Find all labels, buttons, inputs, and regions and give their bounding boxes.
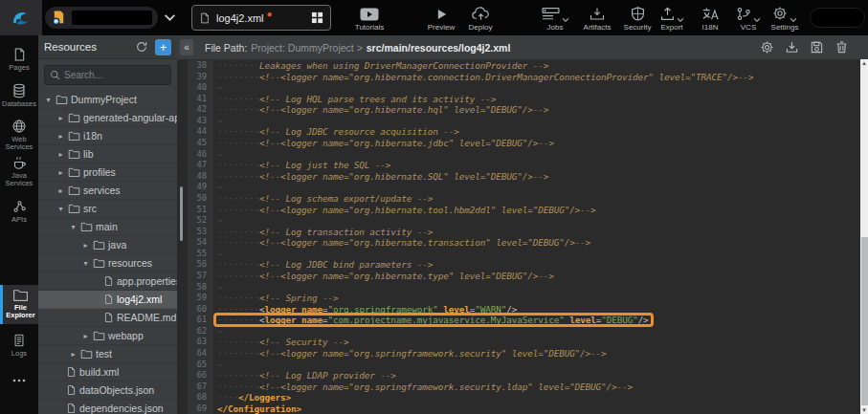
topbar-artifacts-button[interactable]: Artifacts bbox=[574, 5, 620, 32]
code-line[interactable]: 41········<!-- Log HQL parse trees and i… bbox=[188, 94, 860, 105]
folder-icon bbox=[93, 257, 105, 269]
arrow-collapsed-icon[interactable]: ▸ bbox=[56, 168, 65, 177]
sidebar-item-databases[interactable]: Databases bbox=[0, 80, 38, 113]
code-line[interactable]: 66········<!-- Log LDAP provider --> bbox=[188, 370, 860, 381]
code-line[interactable]: 59········<!-- Spring --> bbox=[188, 293, 860, 304]
tree-item-readme-md[interactable]: README.md bbox=[38, 309, 177, 327]
tree-item-profiles[interactable]: ▸profiles bbox=[38, 163, 177, 182]
tree-item-services[interactable]: ▸services bbox=[38, 182, 177, 200]
topbar-tutorials-button[interactable]: Tutorials bbox=[346, 5, 392, 32]
tree-item-test[interactable]: ▸test bbox=[38, 345, 177, 363]
tree-item-generated-angular-app[interactable]: ▸generated-angular-app bbox=[38, 109, 177, 127]
tree-item-dataobjects-json[interactable]: dataObjects.json bbox=[38, 381, 177, 400]
add-resource-button[interactable]: + bbox=[155, 39, 171, 55]
topbar-settings-button[interactable]: Settings bbox=[762, 5, 808, 32]
code-line[interactable]: 38········Leakages when using DriverMana… bbox=[188, 60, 860, 72]
tree-item-src[interactable]: ▾src bbox=[38, 200, 177, 218]
trash-icon[interactable] bbox=[835, 40, 849, 54]
code-line[interactable]: 64········<!--<logger name="org.springfr… bbox=[188, 348, 860, 360]
grid-icon[interactable] bbox=[311, 11, 323, 24]
code-line[interactable]: 57········<!--<logger name="org.hibernat… bbox=[188, 271, 860, 282]
project-selector[interactable] bbox=[45, 7, 158, 29]
chevron-down-icon[interactable] bbox=[164, 13, 176, 22]
tree-item-dummyproject[interactable]: ▾DummyProject bbox=[38, 91, 177, 109]
panel-scrollbar-thumb[interactable] bbox=[180, 186, 183, 241]
download-icon[interactable] bbox=[785, 40, 799, 54]
code-line[interactable]: 51········<!--<logger name="org.hibernat… bbox=[188, 205, 860, 216]
sidebar-item-apis[interactable]: APIs bbox=[0, 196, 38, 227]
arrow-collapsed-icon[interactable]: ▸ bbox=[56, 150, 65, 159]
collapse-panel-button[interactable]: « bbox=[180, 39, 193, 55]
code-line[interactable]: 39········<!--<logger name="org.hibernat… bbox=[188, 72, 860, 83]
tree-item-dependencies-json[interactable]: dependencies.json bbox=[38, 400, 177, 414]
code-line[interactable]: 48········<!--<logger name="org.hibernat… bbox=[188, 171, 860, 183]
code-line[interactable]: 63········<!-- Security --> bbox=[188, 337, 860, 348]
topbar-deploy-button[interactable]: Deploy bbox=[457, 5, 503, 32]
sidebar-item-more[interactable] bbox=[0, 375, 38, 394]
open-file-tab[interactable]: log4j2.xml ● bbox=[191, 5, 331, 31]
arrow-expanded-icon[interactable]: ▾ bbox=[81, 259, 90, 268]
tree-item-resources[interactable]: ▾resources bbox=[38, 254, 177, 272]
tree-item-label: generated-angular-app bbox=[83, 112, 177, 123]
sidebar-item-java-services[interactable]: JavaServices bbox=[0, 152, 38, 191]
code-line[interactable]: 55~ bbox=[188, 249, 860, 260]
code-line[interactable]: 44········<!-- Log JDBC resource acquisi… bbox=[188, 126, 860, 138]
code-line[interactable]: 43~ bbox=[188, 116, 860, 127]
code-line[interactable]: 67········<!--<logger name="org.springfr… bbox=[188, 381, 860, 393]
code-line[interactable]: 47········<!-- Log just the SQL --> bbox=[188, 160, 860, 171]
topbar-jobs-button[interactable]: Jobs bbox=[532, 5, 578, 32]
code-line-highlighted[interactable]: 61········<logger name="com.projectname.… bbox=[188, 315, 860, 326]
code-line[interactable]: 54········<!--<logger name="org.hibernat… bbox=[188, 237, 860, 249]
code-line[interactable]: 68····</Loggers> bbox=[188, 392, 860, 403]
arrow-expanded-icon[interactable]: ▾ bbox=[69, 223, 78, 231]
tree-item-build-xml[interactable]: build.xml bbox=[38, 363, 177, 381]
code-line[interactable]: 46~ bbox=[188, 149, 860, 161]
code-line[interactable]: 42········<!--<logger name="org.hibernat… bbox=[188, 104, 860, 116]
scrollbar-thumb[interactable] bbox=[861, 237, 868, 405]
code-line[interactable]: 62~ bbox=[188, 326, 860, 338]
gear-icon[interactable] bbox=[760, 40, 774, 54]
line-number: 60 bbox=[188, 304, 213, 316]
scroll-down-arrow[interactable]: ▼ bbox=[860, 406, 868, 414]
tree-item-lib[interactable]: ▸lib bbox=[38, 145, 177, 163]
refresh-icon[interactable] bbox=[135, 40, 148, 54]
project-name-redacted bbox=[72, 11, 152, 25]
arrow-expanded-icon[interactable]: ▾ bbox=[56, 205, 65, 213]
search-input[interactable]: Search... bbox=[44, 65, 171, 85]
tree-item-webapp[interactable]: ▸webapp bbox=[38, 327, 177, 345]
sidebar-item-file-explorer[interactable]: FileExplorer bbox=[0, 285, 38, 324]
tree-item-app-properties[interactable]: app.properties bbox=[38, 272, 177, 291]
file-tab-label: log4j2.xml bbox=[216, 12, 264, 24]
tree-item-i18n[interactable]: ▸i18n bbox=[38, 127, 177, 145]
tree-item-log4j2-xml[interactable]: log4j2.xml bbox=[38, 291, 177, 309]
code-editor[interactable]: 38········Leakages when using DriverMana… bbox=[177, 59, 868, 414]
code-line[interactable]: 56········<!-- Log JDBC bind parameters … bbox=[188, 259, 860, 271]
editor-scrollbar[interactable]: ▲ ▼ bbox=[860, 59, 868, 414]
tree-item-java[interactable]: ▸java bbox=[38, 236, 177, 254]
tree-item-label: src bbox=[83, 203, 97, 214]
sidebar-item-pages[interactable]: Pages bbox=[0, 44, 38, 76]
arrow-collapsed-icon[interactable]: ▸ bbox=[56, 186, 65, 195]
code-line[interactable]: 40~ bbox=[188, 82, 860, 94]
code-line[interactable]: 60········<logger name="org.springframew… bbox=[188, 304, 860, 316]
code-line[interactable]: 49~ bbox=[188, 182, 860, 193]
code-line[interactable]: 69</Configuration> bbox=[188, 403, 860, 414]
arrow-collapsed-icon[interactable]: ▸ bbox=[81, 332, 90, 340]
code-line[interactable]: 50········<!-- Log schema export/update … bbox=[188, 193, 860, 205]
sidebar-item-logs[interactable]: Logs bbox=[0, 330, 38, 362]
arrow-collapsed-icon[interactable]: ▸ bbox=[56, 132, 65, 141]
arrow-expanded-icon[interactable]: ▾ bbox=[44, 96, 53, 104]
sidebar-item-web-services[interactable]: WebServices bbox=[0, 116, 38, 155]
arrow-collapsed-icon[interactable]: ▸ bbox=[56, 114, 65, 122]
code-line[interactable]: 45········<!--<logger name="org.hibernat… bbox=[188, 138, 860, 149]
arrow-collapsed-icon[interactable]: ▸ bbox=[81, 241, 90, 250]
save-icon[interactable] bbox=[810, 40, 824, 54]
code-line[interactable]: 53········<!-- Log transaction activity … bbox=[188, 227, 860, 238]
tree-item-main[interactable]: ▾main bbox=[38, 218, 177, 236]
wavemaker-logo[interactable] bbox=[0, 0, 42, 35]
code-line[interactable]: 65~ bbox=[188, 360, 860, 371]
code-line[interactable]: 52~ bbox=[188, 215, 860, 227]
code-line[interactable]: 58~ bbox=[188, 282, 860, 294]
arrow-collapsed-icon[interactable]: ▸ bbox=[69, 350, 78, 359]
scroll-up-arrow[interactable]: ▲ bbox=[860, 59, 868, 67]
